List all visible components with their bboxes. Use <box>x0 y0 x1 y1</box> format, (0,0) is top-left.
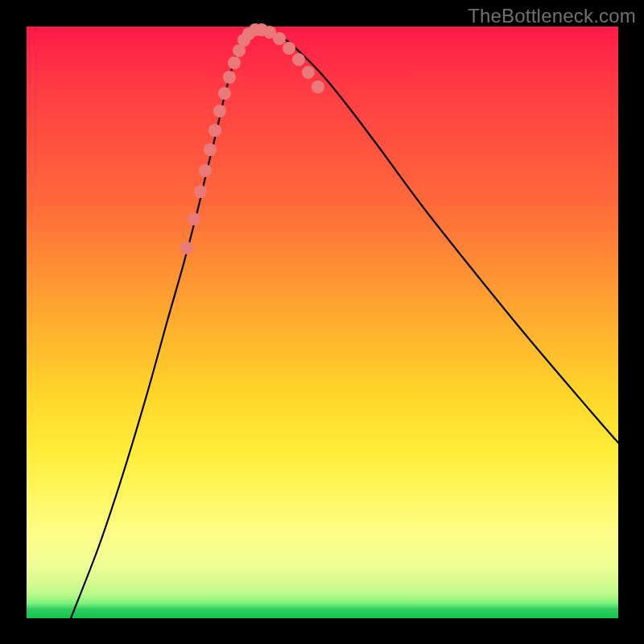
bottleneck-curve <box>71 30 618 618</box>
sample-dot <box>302 66 315 79</box>
sample-dot <box>223 71 236 84</box>
curve-svg <box>27 27 618 618</box>
sample-dot <box>292 53 305 66</box>
chart-container: TheBottleneck.com <box>0 0 644 644</box>
sample-dot <box>204 143 217 156</box>
sample-dot <box>194 185 207 198</box>
sample-dot <box>199 164 212 177</box>
sample-dot <box>228 56 241 69</box>
sample-dot <box>218 87 231 100</box>
watermark-text: TheBottleneck.com <box>468 5 636 27</box>
sample-dot <box>208 124 221 137</box>
sample-dot <box>283 42 295 55</box>
sample-dots <box>180 23 324 254</box>
sample-dot <box>180 242 193 254</box>
plot-area <box>27 27 618 618</box>
sample-dot <box>213 105 226 118</box>
sample-dot <box>312 80 324 93</box>
sample-dot <box>273 32 286 45</box>
sample-dot <box>188 213 200 225</box>
